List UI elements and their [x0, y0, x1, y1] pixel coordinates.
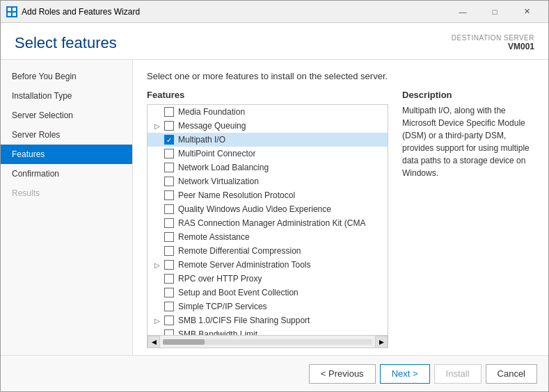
feature-checkbox[interactable] — [164, 190, 174, 200]
feature-checkbox[interactable] — [164, 149, 174, 158]
feature-label: Multipath I/O — [178, 135, 225, 145]
feature-item[interactable]: SMB Bandwidth Limit — [148, 327, 388, 335]
feature-label: Setup and Boot Event Collection — [178, 288, 299, 297]
feature-checkbox[interactable] — [164, 246, 174, 256]
window-controls: — □ ✕ — [447, 1, 543, 23]
features-list[interactable]: Media Foundation▷Message Queuing✓Multipa… — [148, 105, 388, 335]
expand-arrow-icon: ▷ — [154, 261, 164, 269]
feature-label: SMB 1.0/CIFS File Sharing Support — [178, 316, 310, 325]
minimize-button[interactable]: — — [447, 1, 479, 23]
feature-item[interactable]: Network Load Balancing — [148, 161, 388, 174]
feature-item[interactable]: Media Foundation — [148, 105, 388, 119]
feature-label: Network Load Balancing — [178, 163, 269, 172]
feature-label: RPC over HTTP Proxy — [178, 274, 262, 284]
server-name: VM001 — [452, 42, 534, 51]
app-icon — [6, 6, 17, 17]
features-desc-row: Features Media Foundation▷Message Queuin… — [147, 90, 534, 348]
feature-checkbox[interactable] — [164, 107, 174, 117]
main-window: Add Roles and Features Wizard — □ ✕ Sele… — [0, 0, 549, 392]
content-area: Select features DESTINATION SERVER VM001… — [1, 23, 548, 391]
feature-checkbox[interactable] — [164, 316, 174, 325]
destination-server-info: DESTINATION SERVER VM001 — [452, 34, 534, 51]
sidebar-item-results: Results — [1, 183, 132, 203]
feature-item[interactable]: RAS Connection Manager Administration Ki… — [148, 216, 388, 230]
header-bar: Select features DESTINATION SERVER VM001 — [1, 23, 548, 60]
feature-checkbox[interactable] — [164, 121, 174, 131]
features-header: Features — [147, 90, 388, 100]
feature-checkbox[interactable] — [164, 218, 174, 228]
expand-arrow-icon: ▷ — [154, 317, 164, 325]
feature-item[interactable]: Remote Assistance — [148, 230, 388, 244]
features-list-container: Media Foundation▷Message Queuing✓Multipa… — [147, 104, 388, 348]
feature-checkbox[interactable] — [164, 163, 174, 172]
feature-checkbox[interactable] — [164, 302, 174, 311]
feature-checkbox[interactable] — [164, 204, 174, 214]
previous-button[interactable]: < Previous — [309, 364, 376, 384]
feature-item[interactable]: ▷SMB 1.0/CIFS File Sharing Support — [148, 313, 388, 327]
feature-checkbox[interactable] — [164, 177, 174, 186]
feature-label: Remote Differential Compression — [178, 246, 301, 256]
feature-label: MultiPoint Connector — [178, 149, 255, 158]
feature-label: Message Queuing — [178, 121, 246, 131]
feature-item[interactable]: Setup and Boot Event Collection — [148, 286, 388, 300]
scroll-left-arrow[interactable]: ◀ — [148, 336, 160, 348]
instruction-text: Select one or more features to install o… — [147, 71, 534, 81]
hscroll-thumb — [163, 339, 205, 345]
svg-rect-3 — [13, 13, 16, 16]
sidebar-item-features[interactable]: Features — [1, 145, 132, 164]
feature-item[interactable]: MultiPoint Connector — [148, 147, 388, 161]
horizontal-scrollbar[interactable]: ◀ ▶ — [148, 335, 388, 348]
sidebar-item-installation-type[interactable]: Installation Type — [1, 86, 132, 106]
sidebar: Before You Begin Installation Type Serve… — [1, 60, 133, 355]
sidebar-item-before-you-begin[interactable]: Before You Begin — [1, 67, 132, 86]
feature-checkbox[interactable]: ✓ — [164, 135, 174, 145]
sidebar-item-confirmation[interactable]: Confirmation — [1, 164, 132, 183]
description-text: Multipath I/O, along with the Microsoft … — [402, 104, 534, 179]
svg-rect-1 — [13, 8, 16, 11]
close-button[interactable]: ✕ — [511, 1, 543, 23]
svg-rect-0 — [8, 8, 11, 11]
feature-label: Quality Windows Audio Video Experience — [178, 204, 331, 214]
next-button[interactable]: Next > — [380, 364, 430, 384]
feature-label: Remote Assistance — [178, 232, 250, 242]
feature-label: Simple TCP/IP Services — [178, 302, 267, 311]
feature-item[interactable]: Quality Windows Audio Video Experience — [148, 202, 388, 216]
feature-label: SMB Bandwidth Limit — [178, 329, 257, 335]
expand-arrow-icon: ▷ — [154, 122, 164, 130]
feature-checkbox[interactable] — [164, 260, 174, 270]
feature-checkbox[interactable] — [164, 274, 174, 284]
feature-item[interactable]: Network Virtualization — [148, 174, 388, 188]
sidebar-item-server-selection[interactable]: Server Selection — [1, 106, 132, 125]
description-panel: Description Multipath I/O, along with th… — [402, 90, 534, 348]
maximize-button[interactable]: □ — [479, 1, 511, 23]
feature-item[interactable]: Remote Differential Compression — [148, 244, 388, 258]
svg-rect-2 — [8, 13, 11, 16]
destination-label: DESTINATION SERVER — [452, 34, 534, 42]
hscroll-track — [163, 339, 372, 345]
feature-item[interactable]: RPC over HTTP Proxy — [148, 272, 388, 286]
feature-item[interactable]: Simple TCP/IP Services — [148, 300, 388, 313]
sidebar-item-server-roles[interactable]: Server Roles — [1, 125, 132, 145]
feature-item[interactable]: ▷Message Queuing — [148, 119, 388, 133]
main-body: Before You Begin Installation Type Serve… — [1, 60, 548, 355]
feature-label: Peer Name Resolution Protocol — [178, 190, 295, 200]
window-title: Add Roles and Features Wizard — [22, 7, 447, 17]
feature-label: RAS Connection Manager Administration Ki… — [178, 218, 365, 228]
feature-label: Network Virtualization — [178, 177, 259, 186]
scroll-right-arrow[interactable]: ▶ — [375, 336, 388, 348]
feature-checkbox[interactable] — [164, 288, 174, 297]
feature-item[interactable]: ▷Remote Server Administration Tools — [148, 258, 388, 272]
feature-checkbox[interactable] — [164, 329, 174, 335]
description-header: Description — [402, 90, 534, 100]
feature-item[interactable]: ✓Multipath I/O — [148, 133, 388, 147]
page-title: Select features — [15, 34, 117, 52]
feature-item[interactable]: Peer Name Resolution Protocol — [148, 188, 388, 202]
install-button[interactable]: Install — [434, 364, 482, 384]
feature-checkbox[interactable] — [164, 232, 174, 242]
titlebar: Add Roles and Features Wizard — □ ✕ — [1, 1, 548, 23]
feature-label: Remote Server Administration Tools — [178, 260, 311, 270]
cancel-button[interactable]: Cancel — [486, 364, 537, 384]
main-content: Select one or more features to install o… — [133, 60, 548, 355]
features-panel: Features Media Foundation▷Message Queuin… — [147, 90, 388, 348]
feature-label: Media Foundation — [178, 107, 245, 117]
